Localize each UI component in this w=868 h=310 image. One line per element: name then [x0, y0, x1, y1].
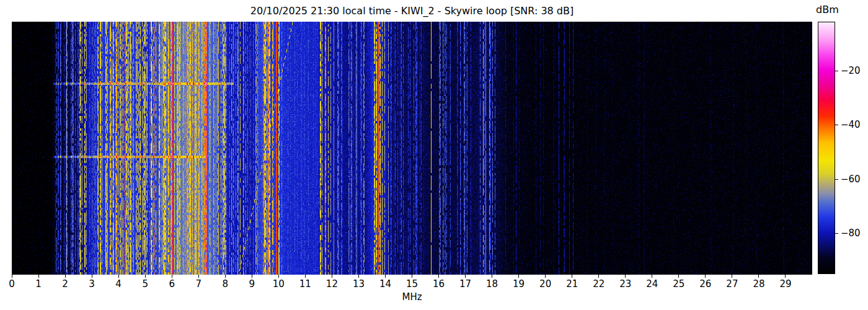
x-tick-label: 29	[773, 278, 798, 290]
colorbar-tick-mark	[835, 125, 838, 125]
colorbar-unit-label: dBm	[816, 4, 839, 16]
figure-title: 20/10/2025 21:30 local time - KIWI_2 - S…	[12, 5, 812, 17]
x-tick-label: 22	[587, 278, 611, 290]
colorbar-gradient	[818, 22, 835, 274]
x-tick-label: 6	[159, 278, 184, 290]
x-tick-label: 3	[79, 278, 104, 290]
waterfall-heatmap	[12, 22, 812, 275]
x-tick-mark	[332, 275, 332, 278]
x-tick-mark	[198, 275, 199, 278]
x-tick-mark	[572, 275, 572, 278]
x-tick-mark	[145, 275, 146, 278]
x-tick-mark	[118, 275, 119, 278]
x-tick-mark	[12, 275, 12, 278]
x-tick-label: 2	[53, 278, 78, 290]
x-tick-label: 8	[213, 278, 237, 290]
x-tick-mark	[172, 275, 172, 278]
colorbar-tick-label: −40	[841, 119, 861, 130]
x-tick-label: 10	[266, 278, 291, 290]
x-tick-mark	[252, 275, 252, 278]
x-axis-label: MHz	[12, 291, 812, 303]
x-tick-mark	[225, 275, 226, 278]
x-tick-label: 23	[613, 278, 638, 290]
x-tick-mark	[705, 275, 706, 278]
colorbar-tick-label: −80	[841, 228, 861, 239]
x-tick-mark	[278, 275, 279, 278]
x-tick-mark	[545, 275, 546, 278]
x-tick-label: 20	[533, 278, 558, 290]
x-tick-mark	[758, 275, 759, 278]
x-tick-label: 26	[693, 278, 718, 290]
x-tick-mark	[732, 275, 732, 278]
x-tick-label: 17	[453, 278, 478, 290]
x-tick-mark	[465, 275, 466, 278]
spectrogram-figure: 20/10/2025 21:30 local time - KIWI_2 - S…	[0, 0, 868, 310]
x-tick-mark	[598, 275, 599, 278]
x-tick-mark	[438, 275, 439, 278]
x-tick-label: 13	[346, 278, 371, 290]
x-tick-mark	[625, 275, 626, 278]
colorbar-tick-label: −20	[841, 65, 861, 76]
x-tick-label: 19	[507, 278, 531, 290]
x-tick-label: 12	[319, 278, 344, 290]
x-tick-label: 5	[133, 278, 157, 290]
x-tick-mark	[38, 275, 39, 278]
x-tick-mark	[412, 275, 412, 278]
x-tick-label: 9	[239, 278, 264, 290]
x-tick-label: 27	[720, 278, 745, 290]
x-tick-mark	[305, 275, 306, 278]
x-tick-mark	[358, 275, 359, 278]
colorbar-tick-label: −60	[841, 174, 861, 185]
colorbar-tick-mark	[835, 233, 838, 234]
x-tick-label: 25	[666, 278, 691, 290]
x-tick-mark	[385, 275, 386, 278]
x-tick-label: 11	[293, 278, 317, 290]
x-tick-label: 7	[186, 278, 211, 290]
x-tick-label: 28	[746, 278, 771, 290]
x-tick-label: 1	[26, 278, 51, 290]
x-tick-label: 0	[0, 278, 24, 290]
x-tick-mark	[518, 275, 519, 278]
x-tick-label: 4	[106, 278, 131, 290]
colorbar-tick-mark	[835, 71, 838, 71]
x-tick-mark	[492, 275, 492, 278]
x-tick-label: 21	[560, 278, 585, 290]
x-tick-label: 24	[640, 278, 665, 290]
x-tick-mark	[65, 275, 66, 278]
x-tick-mark	[785, 275, 786, 278]
x-tick-label: 15	[400, 278, 425, 290]
x-tick-mark	[92, 275, 92, 278]
x-tick-label: 16	[427, 278, 451, 290]
colorbar-tick-mark	[835, 179, 838, 180]
x-tick-mark	[678, 275, 679, 278]
x-tick-label: 18	[480, 278, 505, 290]
x-tick-mark	[652, 275, 652, 278]
x-tick-label: 14	[373, 278, 397, 290]
